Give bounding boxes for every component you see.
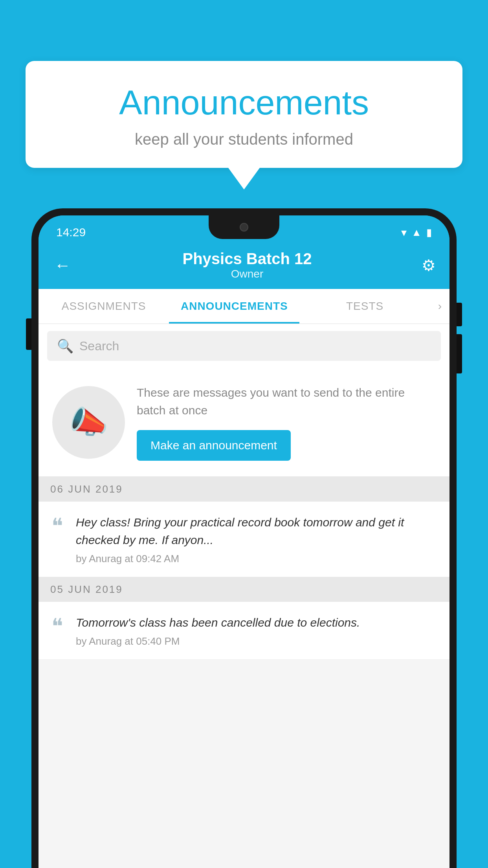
search-bar[interactable]: 🔍 Search — [47, 331, 441, 361]
announcement-meta-1: by Anurag at 09:42 AM — [76, 553, 438, 565]
tab-more[interactable]: › — [430, 289, 449, 324]
tab-announcements[interactable]: ANNOUNCEMENTS — [169, 289, 299, 324]
phone-screen: 14:29 ▾ ▲ ▮ ← Physics Batch 12 Owner ⚙ A… — [39, 215, 449, 868]
back-button[interactable]: ← — [52, 254, 73, 277]
announcement-content-1: Hey class! Bring your practical record b… — [76, 513, 438, 565]
make-announcement-button[interactable]: Make an announcement — [137, 430, 291, 461]
battery-icon: ▮ — [426, 226, 432, 239]
tabs-bar: ASSIGNMENTS ANNOUNCEMENTS TESTS › — [39, 289, 449, 324]
announcement-meta-2: by Anurag at 05:40 PM — [76, 635, 438, 647]
search-container: 🔍 Search — [39, 324, 449, 368]
speech-bubble-tail — [228, 168, 260, 189]
promo-content: These are messages you want to send to t… — [137, 384, 436, 461]
date-separator-1: 06 JUN 2019 — [39, 477, 449, 502]
wifi-icon: ▾ — [401, 226, 407, 239]
camera — [240, 223, 248, 232]
header-title: Physics Batch 12 — [73, 250, 422, 268]
announcement-text-2: Tomorrow's class has been cancelled due … — [76, 614, 438, 631]
power-button-bottom — [457, 334, 462, 373]
announcement-item-1[interactable]: ❝ Hey class! Bring your practical record… — [39, 502, 449, 577]
speech-bubble-container: Announcements keep all your students inf… — [26, 61, 462, 189]
promo-description: These are messages you want to send to t… — [137, 384, 436, 419]
app-header: ← Physics Batch 12 Owner ⚙ — [39, 243, 449, 289]
speech-bubble-subtitle: keep all your students informed — [49, 131, 439, 148]
phone-frame: 14:29 ▾ ▲ ▮ ← Physics Batch 12 Owner ⚙ A… — [31, 208, 457, 868]
quote-icon-2: ❝ — [46, 616, 68, 637]
status-icons: ▾ ▲ ▮ — [401, 226, 432, 239]
speech-bubble-title: Announcements — [49, 83, 439, 123]
announcement-content-2: Tomorrow's class has been cancelled due … — [76, 614, 438, 647]
announcement-text-1: Hey class! Bring your practical record b… — [76, 513, 438, 549]
header-center: Physics Batch 12 Owner — [73, 250, 422, 280]
search-icon: 🔍 — [57, 338, 73, 354]
date-separator-2: 05 JUN 2019 — [39, 577, 449, 602]
megaphone-icon: 📣 — [69, 404, 108, 441]
phone-notch — [209, 215, 279, 239]
power-button-top — [457, 303, 462, 326]
tab-tests[interactable]: TESTS — [299, 289, 430, 324]
promo-block: 📣 These are messages you want to send to… — [39, 368, 449, 477]
speech-bubble: Announcements keep all your students inf… — [26, 61, 462, 168]
search-input[interactable]: Search — [79, 339, 119, 353]
phone-wrapper: 14:29 ▾ ▲ ▮ ← Physics Batch 12 Owner ⚙ A… — [31, 208, 457, 868]
header-subtitle: Owner — [73, 268, 422, 280]
tab-assignments[interactable]: ASSIGNMENTS — [39, 289, 169, 324]
announcement-item-2[interactable]: ❝ Tomorrow's class has been cancelled du… — [39, 602, 449, 660]
settings-button[interactable]: ⚙ — [422, 256, 436, 274]
promo-icon-circle: 📣 — [52, 386, 125, 459]
volume-button — [26, 318, 31, 350]
signal-icon: ▲ — [411, 226, 422, 239]
content-area: 🔍 Search 📣 These are messages you want t… — [39, 324, 449, 868]
quote-icon-1: ❝ — [46, 515, 68, 537]
